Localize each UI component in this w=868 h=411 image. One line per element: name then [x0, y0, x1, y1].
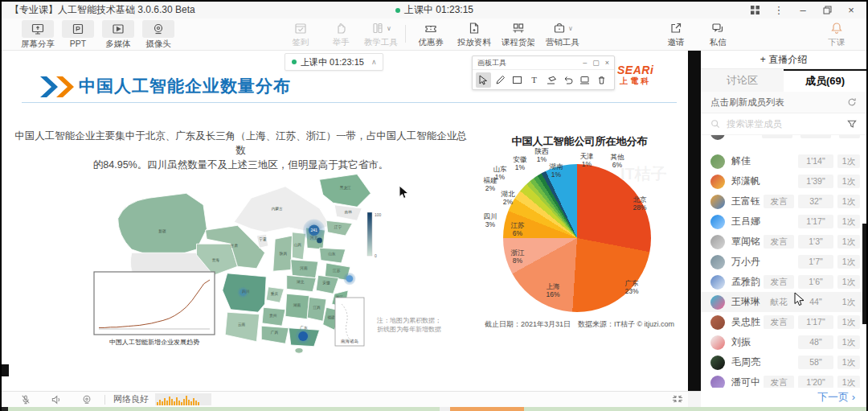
- mic-muted-icon[interactable]: [19, 393, 32, 406]
- brand-line2: 上電科: [617, 76, 653, 86]
- webcam-icon[interactable]: [80, 393, 93, 406]
- map-note-line2: 折线图为每年新增数据: [377, 326, 441, 333]
- materials-icon: [467, 20, 481, 36]
- toolbar-raise-hand[interactable]: 举手: [319, 20, 362, 48]
- restore-button[interactable]: [821, 5, 833, 16]
- slide-canvas[interactable]: 上课中 01:23:15 ∧ 画板工具 – ▢ ×: [2, 51, 688, 391]
- bottom-bar: 网络良好: [2, 391, 688, 407]
- member-row[interactable]: 解佳 1'14" 1次: [701, 151, 866, 171]
- class-status: 上课中 01:23:15: [395, 2, 473, 18]
- member-search-input[interactable]: [725, 118, 842, 129]
- board-tool-icon[interactable]: [577, 72, 592, 88]
- tab-members[interactable]: 成员(69): [784, 69, 866, 92]
- refresh-icon[interactable]: [847, 97, 857, 107]
- main-toolbar: 屏幕分享 PPT 多媒体 摄像头 签到: [2, 18, 866, 51]
- toolbar-label: 摄像头: [145, 39, 171, 50]
- text-tool-icon[interactable]: T: [526, 72, 542, 88]
- member-name: 吴忠胜: [731, 315, 760, 329]
- clear-tool-icon[interactable]: [594, 72, 609, 88]
- member-row[interactable]: 孟雅韵 发言 1'6" 1次: [701, 272, 866, 292]
- more-menu-icon[interactable]: ⋮: [773, 5, 784, 16]
- member-name: 郑潇帆: [731, 175, 760, 188]
- toolbar-marketing[interactable]: ∨ 营销工具: [541, 20, 584, 48]
- member-row[interactable]: 潘可中 发言 1'20" 1次: [701, 372, 866, 388]
- toolbar-sign-in[interactable]: 签到: [279, 20, 322, 48]
- next-page-link[interactable]: 下一页 ›: [817, 390, 855, 405]
- member-action-badge: 发言: [764, 376, 794, 388]
- svg-text:甘肃: 甘肃: [231, 244, 239, 248]
- member-row[interactable]: 吴忠胜 发言 1'17" 1次: [701, 312, 866, 332]
- eraser-tool-icon[interactable]: [543, 72, 559, 88]
- toolbar-camera[interactable]: 摄像头: [137, 20, 180, 50]
- filter-icon[interactable]: [847, 119, 857, 129]
- svg-text:新疆: 新疆: [158, 229, 166, 233]
- toolbar-shelf[interactable]: 课程货架: [497, 20, 540, 48]
- toolbar-materials[interactable]: 投放资料: [452, 20, 496, 48]
- pie-label: 天津1%: [572, 152, 601, 168]
- pie-label: 其他6%: [603, 153, 632, 169]
- member-count-badge: 1次: [837, 175, 860, 188]
- toolbar-coupon[interactable]: 优惠券: [409, 20, 452, 48]
- member-row[interactable]: 覃闻铭 发言 1'3" 1次: [701, 232, 866, 252]
- toolbar-label: 优惠券: [418, 37, 444, 48]
- collapse-chevron-icon[interactable]: ∧: [371, 58, 377, 66]
- member-name: 刘振: [731, 335, 751, 349]
- member-search-row: [701, 113, 866, 135]
- member-row[interactable]: 万小丹 1'7" 1次: [701, 252, 866, 272]
- toolbar-class-end[interactable]: 下课: [815, 20, 858, 48]
- select-tool-icon[interactable]: [476, 72, 491, 88]
- palette-restore-icon[interactable]: ▢: [592, 59, 600, 67]
- map-note-line1: 注：地图为累积数据；: [376, 317, 441, 324]
- tab-discussion[interactable]: 讨论区: [701, 69, 784, 92]
- toolbar-label: 多媒体: [105, 39, 131, 50]
- mouse-cursor-sidebar: [794, 292, 805, 306]
- member-name: 王琳琳: [731, 295, 760, 309]
- undo-tool-icon[interactable]: [560, 72, 575, 88]
- toolbar-invite[interactable]: 邀请: [654, 20, 698, 48]
- right-sidebar: + 直播介绍 讨论区 成员(69) 点击刷新成员列表: [701, 51, 866, 407]
- member-row[interactable]: 郑潇帆 1'39" 1次: [701, 171, 866, 191]
- pie-label: 四川3%: [476, 212, 505, 228]
- status-dot: [292, 60, 297, 64]
- svg-text:贵州: 贵州: [269, 314, 277, 318]
- toolbar-teach-tools[interactable]: ∨ 教学工具: [359, 20, 403, 48]
- toolbar-media[interactable]: 多媒体: [96, 20, 140, 50]
- member-row[interactable]: 刘振 48" 1次: [701, 332, 866, 352]
- toolbar-ppt[interactable]: PPT: [56, 20, 100, 48]
- layout-grid-icon[interactable]: [749, 5, 760, 16]
- member-row[interactable]: 毛周亮 58" 1次: [701, 352, 866, 372]
- live-intro-tab[interactable]: + 直播介绍: [701, 51, 866, 69]
- pie-label: 陕西1%: [527, 147, 556, 163]
- member-row[interactable]: 王富钰 发言 32" 1次: [701, 191, 866, 212]
- member-row[interactable]: 王吕娜 1'17" 1次: [701, 212, 866, 232]
- close-button[interactable]: ×: [845, 5, 857, 16]
- invite-icon: [669, 20, 683, 36]
- minimize-button[interactable]: –: [797, 5, 809, 16]
- palette-close-icon[interactable]: ×: [605, 59, 609, 67]
- palette-minimize-icon[interactable]: –: [583, 59, 587, 67]
- toolbar-label: 营销工具: [546, 37, 579, 48]
- toolbar-label: 举手: [333, 37, 350, 48]
- window-titlebar: 【专业课】人工智能技术基础 3.0.6.30 Beta 上课中 01:23:15…: [2, 2, 866, 18]
- member-row[interactable]: 王琳琳 献花 44" 1次: [701, 292, 866, 312]
- member-count-badge: 1次: [837, 255, 860, 269]
- member-count-badge: 1次: [837, 315, 860, 329]
- pen-tool-icon[interactable]: [493, 72, 508, 88]
- scrollbar-thumb[interactable]: [862, 224, 866, 324]
- member-avatar: [710, 215, 725, 229]
- speaker-icon[interactable]: [50, 393, 63, 406]
- toolbar-dm[interactable]: 私信: [696, 20, 739, 48]
- member-action-badge: 发言: [764, 235, 794, 249]
- ppt-icon: [62, 20, 94, 38]
- member-row-partial[interactable]: [701, 135, 866, 151]
- class-status-pill: 上课中 01:23:15 ∧: [285, 53, 383, 71]
- refresh-members-row[interactable]: 点击刷新成员列表: [701, 92, 866, 113]
- raise-hand-icon: [334, 20, 348, 36]
- toolbar-screen-share[interactable]: 屏幕分享: [16, 20, 59, 50]
- rect-tool-icon[interactable]: [510, 72, 525, 88]
- svg-text:云南: 云南: [238, 323, 246, 327]
- collapse-panel-icon[interactable]: [672, 393, 683, 405]
- svg-text:河南: 河南: [299, 266, 308, 270]
- svg-text:山东: 山东: [328, 252, 336, 256]
- svg-text:四川: 四川: [242, 290, 250, 294]
